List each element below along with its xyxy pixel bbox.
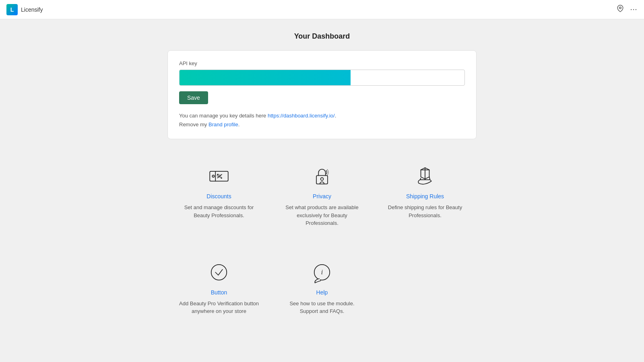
api-info-text: You can manage you key details here http… [179,111,465,129]
button-icon [206,259,232,285]
more-icon[interactable]: ··· [630,6,638,13]
discounts-icon: % [206,163,232,189]
api-info-line1-suffix: . [335,113,336,119]
help-icon: i [309,259,335,285]
svg-point-0 [619,7,621,9]
pin-icon[interactable] [617,5,624,14]
api-key-card: API key Save You can manage you key deta… [167,50,477,139]
privacy-desc: Set what products are available exclusiv… [282,204,362,227]
features-row-1: % Discounts Set and manage discounts for… [167,155,477,235]
feature-shipping: Shipping Rules Define shipping rules for… [374,155,477,235]
topbar-left: L Licensify [6,4,43,15]
svg-text:i: i [321,269,323,276]
button-desc: Add Beauty Pro Verification button anywh… [179,300,259,315]
topbar: L Licensify ··· [0,0,644,19]
shipping-icon [412,163,438,189]
feature-empty [374,251,477,323]
main-content: Your Dashboard API key Save You can mana… [161,19,483,336]
api-info-line2-suffix: . [238,121,240,128]
api-info-line1-prefix: You can manage you key details here [179,113,268,119]
svg-point-2 [212,175,214,177]
svg-point-8 [321,178,324,181]
help-link[interactable]: Help [316,289,328,296]
api-info-line2-prefix: Remove my [179,121,208,128]
svg-point-5 [221,177,222,179]
svg-point-4 [217,174,219,175]
app-logo: L [6,4,18,15]
feature-help: i Help See how to use the module. Suppor… [270,251,374,323]
svg-rect-7 [316,175,328,184]
discounts-link[interactable]: Discounts [206,193,231,200]
api-key-label: API key [179,60,465,66]
app-name: Licensify [21,6,43,13]
api-dashboard-link[interactable]: https://dashboard.licensify.io/ [268,113,335,119]
api-key-input[interactable] [179,70,465,86]
topbar-right: ··· [617,5,638,14]
shipping-desc: Define shipping rules for Beauty Profess… [385,204,465,219]
feature-privacy: Privacy Set what products are available … [270,155,374,235]
save-button[interactable]: Save [179,91,208,104]
page-title: Your Dashboard [167,32,477,41]
shipping-link[interactable]: Shipping Rules [406,193,444,200]
privacy-icon [309,163,335,189]
privacy-link[interactable]: Privacy [313,193,331,200]
feature-discounts: % Discounts Set and manage discounts for… [167,155,270,235]
help-desc: See how to use the module. Support and F… [282,300,362,315]
svg-point-12 [211,264,227,280]
brand-profile-link[interactable]: Brand profile [208,121,238,128]
features-row-2: Button Add Beauty Pro Verification butto… [167,251,477,323]
discounts-desc: Set and manage discounts for Beauty Prof… [179,204,259,219]
feature-button: Button Add Beauty Pro Verification butto… [167,251,270,323]
button-link[interactable]: Button [211,289,227,296]
